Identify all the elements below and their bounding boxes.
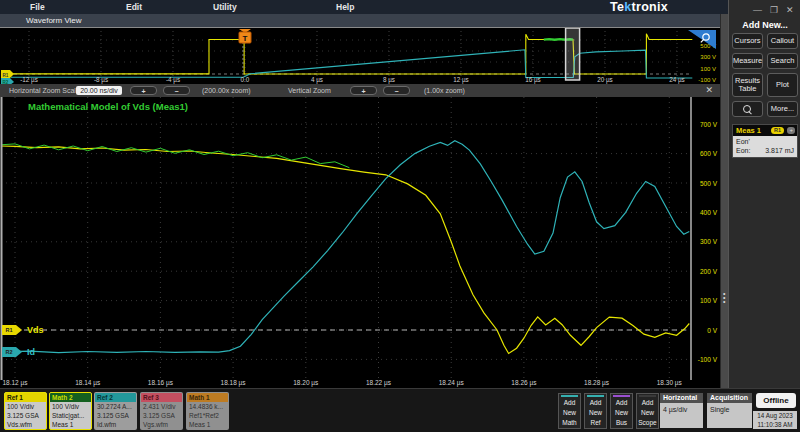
button-callout[interactable]: Callout — [767, 33, 798, 49]
overview-svg: T-12 µs-8 µs-4 µs0.04 µs8 µs12 µs16 µs20… — [0, 28, 720, 85]
main-volt-label: 400 V — [700, 209, 718, 216]
overview-time-label: 24 µs — [669, 76, 685, 84]
add-new-scope-button[interactable]: AddNewScope — [636, 393, 659, 429]
menu-edit[interactable]: Edit — [126, 0, 142, 14]
vzoom-minus-button[interactable]: − — [383, 86, 410, 95]
r1-overview-marker-label: R1 — [3, 73, 9, 78]
meas-value-row: Eon' — [736, 137, 794, 146]
badge-row-text: Meas 1 — [50, 420, 91, 429]
channel-badge-ref1[interactable]: Ref 1100 V/div3.125 GSAVds.wfm — [4, 392, 47, 430]
horizontal-settings-box[interactable]: Horizontal 4 µs/div — [660, 393, 703, 428]
oscilloscope-app: Tektronix FileEditUtilityHelp Waveform V… — [0, 0, 800, 432]
close-window-icon[interactable]: ✕ — [786, 5, 794, 15]
acquisition-settings-box[interactable]: Acquisition Single — [707, 393, 752, 428]
meas1-name: Meas 1 — [736, 126, 761, 135]
panel-divider-handle[interactable]: ••• — [720, 14, 728, 388]
badge-name: Ref 1 — [5, 393, 46, 402]
main-volt-label: 100 V — [700, 297, 718, 304]
close-icon[interactable]: ✕ — [705, 85, 713, 95]
main-time-label: 18.16 µs — [148, 379, 174, 387]
badge-row-text: 2.431 V/div — [141, 402, 182, 411]
menu-help[interactable]: Help — [336, 0, 354, 14]
hzoom-minus-button[interactable]: − — [163, 86, 190, 95]
add-button-line: Add — [611, 398, 632, 408]
vzoom-plus-button[interactable]: + — [350, 86, 377, 95]
id-main-trace — [1, 141, 690, 353]
menu-bar: Tektronix FileEditUtilityHelp — [0, 0, 728, 14]
add-button-line: New — [559, 408, 580, 418]
right-panel: — ❐ ✕ Add New... CursorsCalloutMeasureSe… — [728, 0, 800, 388]
channel-badge-ref3[interactable]: Ref 32.431 V/div3.125 GSAVgs.wfm — [140, 392, 183, 430]
zoom-scan-icon[interactable] — [732, 101, 763, 117]
overview-time-label: 20 µs — [597, 76, 613, 84]
vds-overview-trace — [11, 34, 692, 74]
datetime-line: 11:10:38 AM — [753, 421, 797, 430]
badge-row-text: Static|gat... — [50, 411, 91, 420]
overview-plot: T-12 µs-8 µs-4 µs0.04 µs8 µs12 µs16 µs20… — [0, 27, 720, 84]
menu-utility[interactable]: Utility — [213, 0, 237, 14]
channel-badge-math2[interactable]: Math 2100 V/divStatic|gat...Meas 1 — [49, 392, 92, 430]
drag-handle-icon: ••• — [723, 292, 725, 304]
main-volt-label: 700 V — [700, 121, 718, 128]
minimize-icon[interactable]: — — [753, 5, 762, 15]
add-new-bus-button[interactable]: AddNewBus — [610, 393, 633, 429]
menu-file[interactable]: File — [30, 0, 45, 14]
hzoom-scale-field[interactable]: 20.00 ns/div — [76, 86, 122, 95]
zoom-window-selector[interactable] — [566, 28, 580, 80]
overview-time-label: 12 µs — [453, 76, 469, 84]
main-time-label: 18.12 µs — [2, 379, 28, 387]
add-new-ref-button[interactable]: AddNewRef — [584, 393, 607, 429]
vzoom-factor-label: (1.00x zoom) — [424, 86, 465, 95]
button-more-[interactable]: More... — [767, 101, 798, 117]
restore-icon[interactable]: ❐ — [770, 5, 778, 15]
badge-row-text: Meas 1 — [187, 420, 228, 429]
meas1-badge[interactable]: Meas 1 R1 + Eon'Eon:3.817 mJ — [732, 124, 798, 158]
button-results-table[interactable]: Results Table — [732, 73, 763, 97]
main-plot: Mathematical Model of Vds (Meas1)700 V60… — [0, 97, 720, 388]
offline-button[interactable]: Offline — [756, 393, 796, 408]
tab-waveform-view[interactable]: Waveform View — [26, 14, 82, 27]
badge-name: Math 1 — [187, 393, 228, 402]
acquisition-title: Acquisition — [707, 393, 752, 403]
overview-time-label: 16 µs — [525, 76, 541, 84]
button-plot[interactable]: Plot — [767, 73, 798, 97]
badge-row-text: Ref1*Ref2 — [187, 411, 228, 420]
hzoom-plus-button[interactable]: + — [130, 86, 157, 95]
channel-badge-ref2[interactable]: Ref 230.2724 A...3.125 GSAId.wfm — [94, 392, 137, 430]
badge-row-text: Vds.wfm — [5, 420, 46, 429]
badge-row-text: 14.4836 k... — [187, 402, 228, 411]
overview-volt-label: 300 V — [700, 54, 716, 60]
add-button-accent — [561, 395, 578, 397]
r2-channel-label: Id — [27, 347, 35, 357]
add-button-line: Math — [559, 418, 580, 428]
trigger-label: T — [243, 34, 248, 43]
meas1-source-pill: R1 — [771, 127, 784, 134]
badge-row-text: 3.125 GSA — [141, 411, 182, 420]
badge-row-text: 30.2724 A... — [95, 402, 136, 411]
add-button-line: Bus — [611, 418, 632, 428]
button-cursors[interactable]: Cursors — [732, 33, 763, 49]
horizontal-value: 4 µs/div — [660, 403, 703, 428]
meas1-expand-icon[interactable]: + — [787, 127, 795, 134]
main-plot-svg: Mathematical Model of Vds (Meas1)700 V60… — [0, 97, 720, 388]
overview-time-label: 0.0 — [241, 76, 250, 83]
vzoom-label: Vertical Zoom — [288, 86, 331, 95]
meas-row-label: Eon: — [736, 146, 750, 155]
r1-marker-id: R1 — [5, 327, 12, 333]
badge-row-text: 3.125 GSA — [5, 411, 46, 420]
channel-badge-math1[interactable]: Math 114.4836 k...Ref1*Ref2Meas 1 — [186, 392, 229, 430]
button-measure[interactable]: Measure — [732, 53, 763, 69]
main-volt-label: 200 V — [700, 268, 718, 275]
button-search[interactable]: Search — [767, 53, 798, 69]
main-time-label: 18.18 µs — [221, 379, 247, 387]
overview-time-label: -8 µs — [94, 76, 108, 84]
overview-time-label: -4 µs — [166, 76, 180, 84]
main-time-label: 18.30 µs — [657, 379, 683, 387]
bottom-bar: Ref 1100 V/div3.125 GSAVds.wfmMath 2100 … — [0, 388, 800, 432]
add-button-accent — [613, 395, 630, 397]
add-button-line: New — [637, 408, 658, 418]
badge-name: Math 2 — [50, 393, 91, 402]
add-button-line: Add — [585, 398, 606, 408]
badge-name: Ref 2 — [95, 393, 136, 402]
add-new-math-button[interactable]: AddNewMath — [558, 393, 581, 429]
